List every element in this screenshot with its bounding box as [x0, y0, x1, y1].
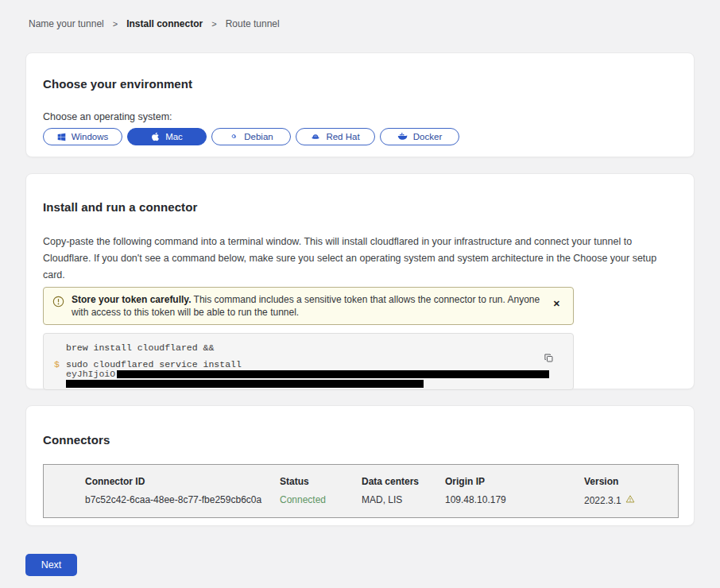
install-description: Copy-paste the following command into a … [43, 234, 674, 284]
column-header-version: Version [584, 476, 678, 487]
os-button-label: Docker [413, 132, 442, 141]
shell-prompt: $ [54, 360, 60, 369]
redacted-token-bar [117, 370, 549, 378]
windows-icon [57, 133, 66, 141]
warning-triangle-icon [625, 494, 635, 506]
docker-icon [397, 132, 408, 141]
column-header-status: Status [280, 476, 362, 487]
connectors-table: Connector ID Status Data centers Origin … [43, 464, 679, 518]
os-button-label: Windows [72, 132, 109, 141]
environment-card: Choose your environment Choose an operat… [25, 52, 695, 157]
breadcrumb-item-route-tunnel[interactable]: Route tunnel [226, 18, 280, 29]
data-centers-value: MAD, LIS [362, 494, 445, 506]
os-button-mac[interactable]: Mac [127, 128, 207, 145]
table-header-row: Connector ID Status Data centers Origin … [85, 476, 678, 487]
os-button-docker[interactable]: Docker [380, 128, 459, 145]
alert-circle-icon [52, 296, 64, 311]
code-line-service-install: sudo cloudflared service install [66, 360, 554, 369]
redhat-icon [311, 132, 320, 141]
environment-card-title: Choose your environment [43, 77, 677, 91]
token-warning-banner: Store your token carefully. This command… [43, 287, 574, 325]
connectors-card: Connectors Connector ID Status Data cent… [25, 405, 695, 526]
column-header-connector-id: Connector ID [85, 476, 280, 487]
breadcrumb: Name your tunnel > Install connector > R… [29, 18, 280, 29]
install-card-title: Install and run a connector [43, 200, 677, 214]
os-button-redhat[interactable]: Red Hat [296, 128, 375, 145]
breadcrumb-separator: > [113, 19, 118, 29]
apple-icon [151, 132, 160, 141]
install-card: Install and run a connector Copy-paste t… [25, 173, 695, 389]
os-button-windows[interactable]: Windows [43, 128, 122, 145]
token-prefix: eyJhIjoiO [66, 369, 115, 379]
close-icon[interactable]: ✕ [553, 300, 560, 308]
os-button-label: Red Hat [326, 132, 359, 141]
debian-icon [229, 132, 238, 141]
breadcrumb-separator: > [211, 19, 216, 29]
os-button-label: Mac [165, 132, 183, 141]
breadcrumb-item-install-connector[interactable]: Install connector [126, 18, 203, 29]
os-button-debian[interactable]: Debian [211, 128, 291, 145]
next-button[interactable]: Next [25, 554, 77, 576]
install-command-code-block: brew install cloudflared && $ sudo cloud… [43, 333, 574, 390]
os-select-label: Choose an operating system: [43, 111, 677, 122]
column-header-data-centers: Data centers [362, 476, 445, 487]
token-warning-text: Store your token carefully. This command… [72, 293, 541, 319]
token-warning-title: Store your token carefully. [72, 294, 192, 305]
breadcrumb-item-name-your-tunnel[interactable]: Name your tunnel [29, 18, 104, 29]
version-value-cell: 2022.3.1 [584, 494, 678, 506]
redacted-token-bar [66, 380, 424, 388]
copy-icon[interactable] [544, 353, 554, 363]
os-button-label: Debian [244, 132, 273, 141]
table-row: b7c52c42-6caa-48ee-8c77-fbe259cb6c0a Con… [85, 494, 678, 506]
code-command-group: $ sudo cloudflared service install eyJhI… [66, 360, 554, 388]
status-badge: Connected [280, 494, 362, 506]
version-value: 2022.3.1 [584, 495, 621, 506]
column-header-origin-ip: Origin IP [445, 476, 584, 487]
os-button-group: Windows Mac Debian Red Hat Docker [43, 128, 677, 145]
origin-ip-value: 109.48.10.179 [445, 494, 584, 506]
connector-id-value: b7c52c42-6caa-48ee-8c77-fbe259cb6c0a [85, 494, 280, 506]
connectors-card-title: Connectors [43, 433, 677, 447]
code-line-brew: brew install cloudflared && [66, 342, 554, 353]
code-line-token: eyJhIjoiO [66, 369, 554, 379]
